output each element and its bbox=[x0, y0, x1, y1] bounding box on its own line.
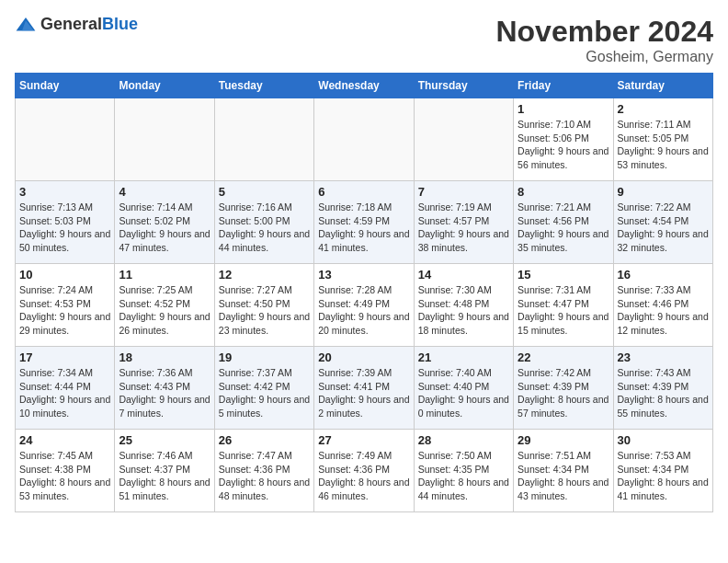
day-cell-8: 8Sunrise: 7:21 AMSunset: 4:56 PMDaylight… bbox=[514, 181, 613, 264]
calendar-subtitle: Gosheim, Germany bbox=[495, 49, 713, 65]
day-number: 23 bbox=[618, 350, 709, 364]
day-info: Sunrise: 7:43 AMSunset: 4:39 PMDaylight:… bbox=[618, 366, 709, 420]
weekday-friday: Friday bbox=[514, 74, 613, 98]
day-info: Sunrise: 7:24 AMSunset: 4:53 PMDaylight:… bbox=[19, 283, 110, 338]
day-number: 29 bbox=[518, 433, 609, 447]
weekday-sunday: Sunday bbox=[16, 74, 115, 98]
weekday-wednesday: Wednesday bbox=[314, 74, 414, 98]
week-row-4: 17Sunrise: 7:34 AMSunset: 4:44 PMDayligh… bbox=[16, 347, 713, 430]
day-cell-18: 18Sunrise: 7:36 AMSunset: 4:43 PMDayligh… bbox=[115, 347, 214, 430]
day-cell-24: 24Sunrise: 7:45 AMSunset: 4:38 PMDayligh… bbox=[16, 430, 115, 512]
day-info: Sunrise: 7:42 AMSunset: 4:39 PMDaylight:… bbox=[518, 366, 609, 420]
day-cell-21: 21Sunrise: 7:40 AMSunset: 4:40 PMDayligh… bbox=[414, 347, 513, 430]
day-cell-27: 27Sunrise: 7:49 AMSunset: 4:36 PMDayligh… bbox=[314, 430, 414, 512]
day-cell-2: 2Sunrise: 7:11 AMSunset: 5:05 PMDaylight… bbox=[613, 98, 712, 181]
title-block: November 2024 Gosheim, Germany bbox=[495, 15, 713, 65]
day-info: Sunrise: 7:11 AMSunset: 5:05 PMDaylight:… bbox=[618, 118, 709, 172]
week-row-2: 3Sunrise: 7:13 AMSunset: 5:03 PMDaylight… bbox=[16, 181, 713, 264]
day-cell-16: 16Sunrise: 7:33 AMSunset: 4:46 PMDayligh… bbox=[613, 264, 712, 347]
day-cell-6: 6Sunrise: 7:18 AMSunset: 4:59 PMDaylight… bbox=[314, 181, 414, 264]
day-number: 19 bbox=[219, 350, 310, 364]
day-cell-26: 26Sunrise: 7:47 AMSunset: 4:36 PMDayligh… bbox=[214, 430, 313, 512]
day-number: 28 bbox=[418, 433, 509, 447]
day-info: Sunrise: 7:27 AMSunset: 4:50 PMDaylight:… bbox=[219, 283, 310, 338]
day-info: Sunrise: 7:51 AMSunset: 4:34 PMDaylight:… bbox=[518, 449, 609, 503]
logo: GeneralBlue bbox=[15, 15, 138, 34]
calendar-title: November 2024 bbox=[495, 15, 713, 49]
day-info: Sunrise: 7:40 AMSunset: 4:40 PMDaylight:… bbox=[418, 366, 509, 420]
day-number: 30 bbox=[618, 433, 709, 447]
day-number: 12 bbox=[219, 268, 310, 282]
day-info: Sunrise: 7:16 AMSunset: 5:00 PMDaylight:… bbox=[219, 201, 310, 255]
day-cell-20: 20Sunrise: 7:39 AMSunset: 4:41 PMDayligh… bbox=[314, 347, 414, 430]
day-cell-30: 30Sunrise: 7:53 AMSunset: 4:34 PMDayligh… bbox=[613, 430, 712, 512]
day-number: 27 bbox=[318, 433, 409, 447]
weekday-saturday: Saturday bbox=[613, 74, 712, 98]
day-number: 25 bbox=[119, 433, 210, 447]
weekday-tuesday: Tuesday bbox=[214, 74, 313, 98]
logo-general-text: General bbox=[40, 15, 102, 33]
day-number: 8 bbox=[518, 185, 609, 199]
day-cell-17: 17Sunrise: 7:34 AMSunset: 4:44 PMDayligh… bbox=[16, 347, 115, 430]
day-number: 6 bbox=[318, 185, 409, 199]
day-cell-25: 25Sunrise: 7:46 AMSunset: 4:37 PMDayligh… bbox=[115, 430, 214, 512]
empty-cell bbox=[414, 98, 513, 181]
day-info: Sunrise: 7:47 AMSunset: 4:36 PMDaylight:… bbox=[219, 449, 310, 503]
day-cell-1: 1Sunrise: 7:10 AMSunset: 5:06 PMDaylight… bbox=[514, 98, 613, 181]
day-cell-28: 28Sunrise: 7:50 AMSunset: 4:35 PMDayligh… bbox=[414, 430, 513, 512]
day-cell-12: 12Sunrise: 7:27 AMSunset: 4:50 PMDayligh… bbox=[214, 264, 313, 347]
day-number: 13 bbox=[318, 268, 409, 282]
weekday-thursday: Thursday bbox=[414, 74, 513, 98]
day-cell-29: 29Sunrise: 7:51 AMSunset: 4:34 PMDayligh… bbox=[514, 430, 613, 512]
day-info: Sunrise: 7:31 AMSunset: 4:47 PMDaylight:… bbox=[518, 283, 609, 338]
day-number: 15 bbox=[518, 268, 609, 282]
day-number: 11 bbox=[119, 268, 210, 282]
day-number: 5 bbox=[219, 185, 310, 199]
day-cell-4: 4Sunrise: 7:14 AMSunset: 5:02 PMDaylight… bbox=[115, 181, 214, 264]
day-info: Sunrise: 7:46 AMSunset: 4:37 PMDaylight:… bbox=[119, 449, 210, 503]
day-info: Sunrise: 7:19 AMSunset: 4:57 PMDaylight:… bbox=[418, 201, 509, 255]
weekday-monday: Monday bbox=[115, 74, 214, 98]
week-row-3: 10Sunrise: 7:24 AMSunset: 4:53 PMDayligh… bbox=[16, 264, 713, 347]
day-info: Sunrise: 7:13 AMSunset: 5:03 PMDaylight:… bbox=[19, 201, 110, 255]
empty-cell bbox=[16, 98, 115, 181]
logo-blue-text: Blue bbox=[102, 15, 138, 33]
day-number: 24 bbox=[19, 433, 110, 447]
day-cell-13: 13Sunrise: 7:28 AMSunset: 4:49 PMDayligh… bbox=[314, 264, 414, 347]
day-number: 20 bbox=[318, 350, 409, 364]
calendar-table: SundayMondayTuesdayWednesdayThursdayFrid… bbox=[15, 73, 713, 512]
day-info: Sunrise: 7:34 AMSunset: 4:44 PMDaylight:… bbox=[19, 366, 110, 420]
day-info: Sunrise: 7:22 AMSunset: 4:54 PMDaylight:… bbox=[618, 201, 709, 255]
day-cell-10: 10Sunrise: 7:24 AMSunset: 4:53 PMDayligh… bbox=[16, 264, 115, 347]
day-info: Sunrise: 7:36 AMSunset: 4:43 PMDaylight:… bbox=[119, 366, 210, 420]
empty-cell bbox=[214, 98, 313, 181]
day-number: 3 bbox=[19, 185, 110, 199]
day-info: Sunrise: 7:25 AMSunset: 4:52 PMDaylight:… bbox=[119, 283, 210, 338]
empty-cell bbox=[115, 98, 214, 181]
day-number: 10 bbox=[19, 268, 110, 282]
header: GeneralBlue November 2024 Gosheim, Germa… bbox=[15, 15, 713, 65]
day-number: 21 bbox=[418, 350, 509, 364]
day-info: Sunrise: 7:33 AMSunset: 4:46 PMDaylight:… bbox=[618, 283, 709, 338]
day-number: 7 bbox=[418, 185, 509, 199]
day-cell-9: 9Sunrise: 7:22 AMSunset: 4:54 PMDaylight… bbox=[613, 181, 712, 264]
day-cell-14: 14Sunrise: 7:30 AMSunset: 4:48 PMDayligh… bbox=[414, 264, 513, 347]
day-info: Sunrise: 7:49 AMSunset: 4:36 PMDaylight:… bbox=[318, 449, 409, 503]
logo-icon bbox=[15, 16, 37, 34]
day-info: Sunrise: 7:45 AMSunset: 4:38 PMDaylight:… bbox=[19, 449, 110, 503]
day-info: Sunrise: 7:53 AMSunset: 4:34 PMDaylight:… bbox=[618, 449, 709, 503]
weekday-header-row: SundayMondayTuesdayWednesdayThursdayFrid… bbox=[16, 74, 713, 98]
day-cell-22: 22Sunrise: 7:42 AMSunset: 4:39 PMDayligh… bbox=[514, 347, 613, 430]
day-info: Sunrise: 7:28 AMSunset: 4:49 PMDaylight:… bbox=[318, 283, 409, 338]
day-number: 9 bbox=[618, 185, 709, 199]
day-number: 2 bbox=[618, 102, 709, 116]
day-info: Sunrise: 7:21 AMSunset: 4:56 PMDaylight:… bbox=[518, 201, 609, 255]
day-number: 16 bbox=[618, 268, 709, 282]
day-cell-19: 19Sunrise: 7:37 AMSunset: 4:42 PMDayligh… bbox=[214, 347, 313, 430]
week-row-5: 24Sunrise: 7:45 AMSunset: 4:38 PMDayligh… bbox=[16, 430, 713, 512]
day-info: Sunrise: 7:10 AMSunset: 5:06 PMDaylight:… bbox=[518, 118, 609, 172]
day-number: 26 bbox=[219, 433, 310, 447]
day-number: 22 bbox=[518, 350, 609, 364]
week-row-1: 1Sunrise: 7:10 AMSunset: 5:06 PMDaylight… bbox=[16, 98, 713, 181]
empty-cell bbox=[314, 98, 414, 181]
